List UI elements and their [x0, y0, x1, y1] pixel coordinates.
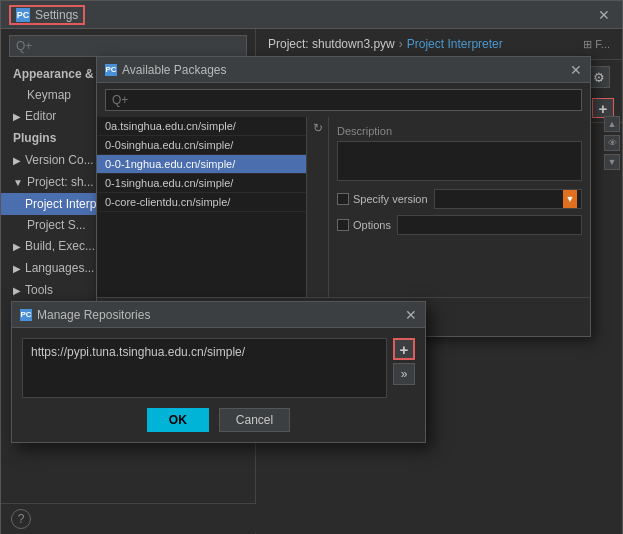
right-scroll-area: ▲ 👁 ▼: [604, 116, 620, 170]
list-item[interactable]: 0-core-clientdu.cn/simple/: [97, 193, 306, 212]
sidebar-search-input[interactable]: [9, 35, 247, 57]
refresh-area: ↻: [307, 117, 329, 297]
list-item[interactable]: 0a.tsinghua.edu.cn/simple/: [97, 117, 306, 136]
options-label: Options: [353, 219, 391, 231]
manage-repos-titlebar: PC Manage Repositories ✕: [12, 302, 425, 328]
options-checkbox-label: Options: [337, 219, 391, 231]
list-item[interactable]: 0-0singhua.edu.cn/simple/: [97, 136, 306, 155]
list-item[interactable]: 0-1singhua.edu.cn/simple/: [97, 174, 306, 193]
package-list: 0a.tsinghua.edu.cn/simple/ 0-0singhua.ed…: [97, 117, 307, 297]
title-bar: PC Settings ✕: [1, 1, 622, 29]
specify-version-checkbox-label: Specify version: [337, 193, 428, 205]
version-select[interactable]: ▼: [434, 189, 582, 209]
settings-title-area: PC Settings: [9, 5, 85, 25]
repos-side-buttons: + »: [393, 338, 415, 398]
package-detail: Description Specify version ▼ Op: [329, 117, 590, 297]
version-dropdown-arrow[interactable]: ▼: [563, 190, 577, 208]
settings-icon: PC: [16, 8, 30, 22]
available-packages-titlebar: PC Available Packages ✕: [97, 57, 590, 83]
specify-version-label: Specify version: [353, 193, 428, 205]
available-packages-icon: PC: [105, 64, 117, 76]
available-packages-close-button[interactable]: ✕: [570, 62, 582, 78]
help-button[interactable]: ?: [11, 509, 31, 529]
editor-arrow-icon: ▶: [13, 111, 21, 122]
gear-button[interactable]: ⚙: [588, 66, 610, 88]
refresh-button[interactable]: ↻: [313, 121, 323, 135]
repo-url-item[interactable]: https://pypi.tuna.tsinghua.edu.cn/simple…: [31, 345, 245, 359]
add-package-button[interactable]: +: [592, 98, 614, 118]
list-item[interactable]: 0-0-1nghua.edu.cn/simple/: [97, 155, 306, 174]
project-arrow-icon: ▼: [13, 177, 23, 188]
settings-window: PC Settings ✕ Appearance & Behavior Keym…: [0, 0, 623, 534]
available-packages-dialog: PC Available Packages ✕ 0a.tsinghua.edu.…: [96, 56, 591, 337]
specify-version-row: Specify version ▼: [337, 189, 582, 209]
repos-list: https://pypi.tuna.tsinghua.edu.cn/simple…: [22, 338, 387, 398]
manage-repositories-dialog: PC Manage Repositories ✕ https://pypi.tu…: [11, 301, 426, 443]
description-label: Description: [337, 125, 582, 137]
scroll-down-button[interactable]: ▼: [604, 154, 620, 170]
lang-arrow-icon: ▶: [13, 263, 21, 274]
eye-icon[interactable]: 👁: [604, 135, 620, 151]
build-arrow-icon: ▶: [13, 241, 21, 252]
tools-arrow-icon: ▶: [13, 285, 21, 296]
cancel-button[interactable]: Cancel: [219, 408, 290, 432]
available-packages-body: 0a.tsinghua.edu.cn/simple/ 0-0singhua.ed…: [97, 117, 590, 297]
specify-version-checkbox[interactable]: [337, 193, 349, 205]
options-row: Options: [337, 215, 582, 235]
options-checkbox[interactable]: [337, 219, 349, 231]
settings-title: Settings: [35, 8, 78, 22]
description-box: [337, 141, 582, 181]
window-close-button[interactable]: ✕: [594, 7, 614, 23]
vc-arrow-icon: ▶: [13, 155, 21, 166]
breadcrumb-active: Project Interpreter: [407, 37, 503, 51]
panel-right-label: ⊞ F...: [583, 38, 610, 51]
breadcrumb-separator: ›: [399, 37, 403, 51]
manage-repos-title: Manage Repositories: [37, 308, 150, 322]
add-repo-button[interactable]: +: [393, 338, 415, 360]
breadcrumb-project: Project: shutdown3.pyw: [268, 37, 395, 51]
options-input[interactable]: [397, 215, 582, 235]
available-packages-title: Available Packages: [122, 63, 227, 77]
manage-repos-close-button[interactable]: ✕: [405, 307, 417, 323]
available-packages-search-row: [97, 83, 590, 117]
manage-repos-icon: PC: [20, 309, 32, 321]
ok-button[interactable]: OK: [147, 408, 209, 432]
manage-repos-body: https://pypi.tuna.tsinghua.edu.cn/simple…: [12, 328, 425, 402]
manage-repos-footer: OK Cancel: [12, 402, 425, 442]
scroll-up-button[interactable]: ▲: [604, 116, 620, 132]
breadcrumb: Project: shutdown3.pyw › Project Interpr…: [268, 37, 503, 51]
available-packages-search-input[interactable]: [105, 89, 582, 111]
edit-repo-button[interactable]: »: [393, 363, 415, 385]
